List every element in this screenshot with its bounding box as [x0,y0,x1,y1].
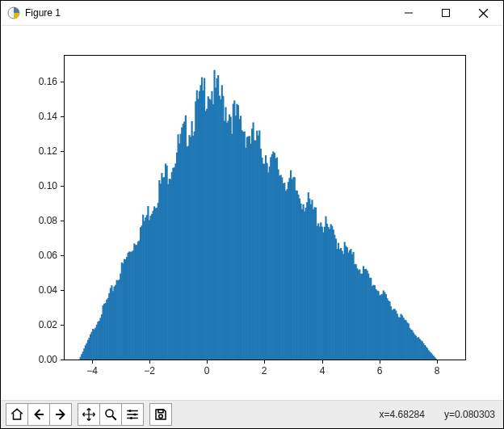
plot-area: 0.00 0.02 0.04 0.06 0.08 0.10 0.12 0.14 … [1,26,503,400]
y-tick-label: 0.10 [39,180,57,191]
x-tick-label: 0 [204,365,210,376]
x-tick-label: 6 [377,365,383,376]
svg-rect-290 [435,359,437,360]
app-icon [7,6,20,19]
window-title: Figure 1 [25,7,61,19]
x-tick-label: 2 [262,365,267,376]
titlebar: Figure 1 [1,1,503,26]
y-tick-label: 0.12 [39,145,57,157]
back-button[interactable] [27,403,50,426]
svg-point-291 [106,410,113,417]
pan-button[interactable] [78,403,100,426]
svg-rect-2 [443,10,450,17]
cursor-readout: x=4.68284 y=0.080303 [380,409,495,420]
svg-point-297 [159,414,163,418]
statusbar: x=4.68284 y=0.080303 [1,400,503,428]
x-tick-mark [92,360,93,364]
x-tick-mark [322,360,323,364]
minimize-button[interactable] [390,1,427,25]
zoom-icon [103,407,118,422]
y-tick-label: 0.16 [39,76,57,87]
y-tick-label: 0.02 [39,319,57,330]
x-tick-mark [264,360,265,364]
arrow-left-icon [32,407,46,422]
cursor-y: y=0.080303 [444,409,495,420]
cursor-x: x=4.68284 [380,409,425,420]
figure-window: Figure 1 0.00 0.02 0.04 0.06 0.08 0.10 0… [0,0,504,429]
svg-point-294 [134,414,136,416]
x-tick-label: −2 [144,365,155,376]
x-tick-label: 8 [435,365,440,376]
x-tick-mark [149,360,150,364]
svg-rect-296 [158,410,163,413]
svg-point-293 [129,410,132,412]
forward-button[interactable] [49,403,72,426]
home-icon [10,407,24,422]
home-button[interactable] [6,403,28,426]
x-tick-mark [437,360,438,364]
y-tick-label: 0.08 [39,215,57,226]
arrow-right-icon [53,407,68,422]
save-button[interactable] [149,403,172,426]
x-tick-mark [380,360,380,364]
x-tick-mark [207,360,208,364]
move-icon [82,407,96,422]
x-tick-label: −4 [86,365,98,376]
y-tick-label: 0.00 [39,354,57,365]
zoom-button[interactable] [99,403,122,426]
y-tick-label: 0.14 [39,111,57,122]
y-tick-label: 0.04 [39,284,57,296]
maximize-button[interactable] [427,1,464,25]
svg-point-295 [130,417,132,419]
axes-frame[interactable] [64,55,466,360]
x-tick-label: 4 [320,365,326,376]
chart-canvas [65,56,465,360]
matplotlib-toolbar [6,403,172,426]
sliders-icon [125,407,140,422]
save-icon [153,407,168,422]
y-tick-label: 0.06 [39,250,57,261]
close-button[interactable] [464,1,502,25]
configure-subplots-button[interactable] [121,403,144,426]
svg-line-292 [112,416,116,420]
